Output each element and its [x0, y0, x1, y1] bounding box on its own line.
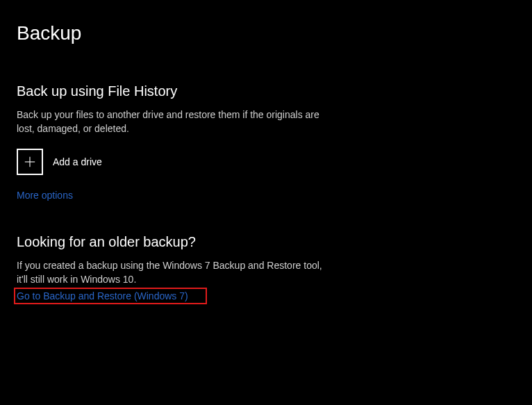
- more-options-link[interactable]: More options: [17, 190, 73, 201]
- older-backup-heading: Looking for an older backup?: [17, 234, 515, 250]
- file-history-description: Back up your files to another drive and …: [17, 108, 336, 136]
- add-drive-label: Add a drive: [53, 156, 102, 167]
- older-backup-description: If you created a backup using the Window…: [17, 258, 322, 287]
- add-drive-button[interactable]: Add a drive: [17, 149, 102, 175]
- backup-restore-windows7-link[interactable]: Go to Backup and Restore (Windows 7): [17, 290, 188, 301]
- plus-icon: [17, 149, 43, 175]
- highlight-annotation: Go to Backup and Restore (Windows 7): [14, 288, 207, 304]
- older-backup-section: Looking for an older backup? If you crea…: [17, 234, 515, 305]
- file-history-heading: Back up using File History: [17, 83, 515, 99]
- file-history-section: Back up using File History Back up your …: [17, 83, 515, 229]
- page-title: Backup: [17, 22, 515, 44]
